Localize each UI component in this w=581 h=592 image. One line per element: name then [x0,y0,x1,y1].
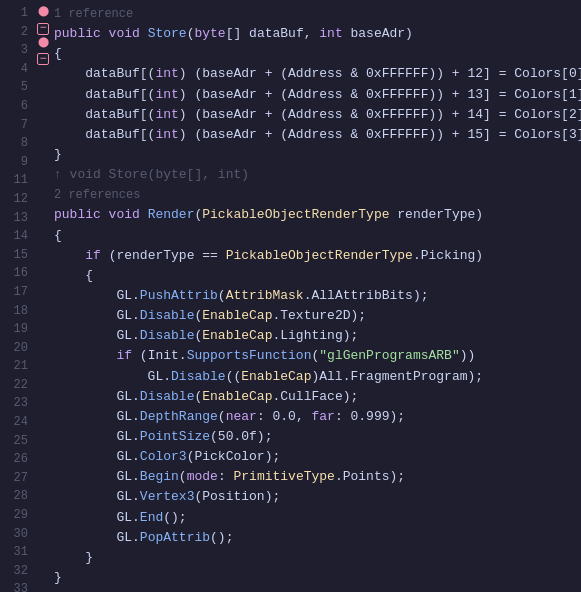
line-number-14: 14 [6,227,28,246]
code-text-2: { [54,44,581,64]
code-text-0: 1 reference [54,4,581,24]
code-editor: 1234567891112131415161718192021222324252… [0,0,581,592]
line-number-29: 29 [6,506,28,525]
line-number-4: 4 [6,60,28,79]
code-line-14: { [50,266,581,286]
code-text-25: GL.PointSize(50.0f); [54,427,581,447]
code-line-20: GL.Disable((EnableCap)All.FragmentProgra… [50,367,581,387]
code-text-24: GL.DepthRange(near: 0.0, far: 0.999); [54,407,581,427]
code-line-10: 2 references [50,185,581,205]
code-line-15: GL.PushAttrib(AttribMask.AllAttribBits); [50,286,581,306]
line-number-15: 15 [6,246,28,265]
gutter-column: ⬤−⬤− [36,4,50,592]
code-line-31: GL.PopAttrib(); [50,528,581,548]
code-text-20: GL.Disable((EnableCap)All.FragmentProgra… [54,367,581,387]
line-number-11: 11 [6,171,28,190]
code-line-5: dataBuf[(int) (baseAdr + (Address & 0xFF… [50,105,581,125]
line-number-9: 9 [6,153,28,172]
line-number-31: 31 [6,543,28,562]
code-text-22: GL.Disable(EnableCap.CullFace); [54,387,581,407]
line-number-7: 7 [6,116,28,135]
code-line-22: GL.Disable(EnableCap.CullFace); [50,387,581,407]
line-number-19: 19 [6,320,28,339]
code-text-6: dataBuf[(int) (baseAdr + (Address & 0xFF… [54,125,581,145]
code-text-12: { [54,226,581,246]
code-line-28: GL.Vertex3(Position); [50,487,581,507]
code-text-15: GL.PushAttrib(AttribMask.AllAttribBits); [54,286,581,306]
line-number-12: 12 [6,190,28,209]
code-text-8: ↑ void Store(byte[], int) [54,165,581,185]
code-text-26: GL.Color3(PickColor); [54,447,581,467]
gutter-item-11[interactable]: ⬤ [36,35,50,51]
line-number-24: 24 [6,413,28,432]
code-line-3: dataBuf[(int) (baseAdr + (Address & 0xFF… [50,64,581,84]
gutter-item-2: − [37,23,49,35]
code-line-24: GL.DepthRange(near: 0.0, far: 0.999); [50,407,581,427]
code-text-19: if (Init.SupportsFunction("glGenPrograms… [54,346,581,366]
line-number-28: 28 [6,487,28,506]
code-line-29: GL.End(); [50,508,581,528]
code-text-31: GL.PopAttrib(); [54,528,581,548]
code-line-19: if (Init.SupportsFunction("glGenPrograms… [50,346,581,366]
line-number-5: 5 [6,78,28,97]
code-text-7: } [54,145,581,165]
code-line-7: } [50,145,581,165]
code-text-13: if (renderType == PickableObjectRenderTy… [54,246,581,266]
code-line-33: } [50,568,581,588]
code-text-10: 2 references [54,185,581,205]
line-number-16: 16 [6,264,28,283]
code-text-4: dataBuf[(int) (baseAdr + (Address & 0xFF… [54,85,581,105]
line-number-18: 18 [6,302,28,321]
line-number-25: 25 [6,432,28,451]
code-text-5: dataBuf[(int) (baseAdr + (Address & 0xFF… [54,105,581,125]
line-numbers: 1234567891112131415161718192021222324252… [0,4,36,592]
code-line-17: GL.Disable(EnableCap.Lighting); [50,326,581,346]
code-line-26: GL.Color3(PickColor); [50,447,581,467]
code-text-32: } [54,548,581,568]
code-text-3: dataBuf[(int) (baseAdr + (Address & 0xFF… [54,64,581,84]
code-line-2: { [50,44,581,64]
code-line-6: dataBuf[(int) (baseAdr + (Address & 0xFF… [50,125,581,145]
line-number-17: 17 [6,283,28,302]
code-line-1: public void Store(byte[] dataBuf, int ba… [50,24,581,44]
line-number-21: 21 [6,357,28,376]
code-line-12: { [50,226,581,246]
code-text-33: } [54,568,581,588]
code-line-11: public void Render(PickableObjectRenderT… [50,205,581,225]
line-number-26: 26 [6,450,28,469]
code-line-13: if (renderType == PickableObjectRenderTy… [50,246,581,266]
gutter-item-12: − [37,53,49,65]
line-number-30: 30 [6,525,28,544]
code-text-34: ↑ void Render(PickableObjectRenderType) [54,588,581,592]
code-text-28: GL.Vertex3(Position); [54,487,581,507]
code-text-17: GL.Disable(EnableCap.Lighting); [54,326,581,346]
line-number-8: 8 [6,134,28,153]
line-number-22: 22 [6,376,28,395]
line-number-33: 33 [6,580,28,592]
line-number-1: 1 [6,4,28,23]
line-number-3: 3 [6,41,28,60]
code-text-27: GL.Begin(mode: PrimitiveType.Points); [54,467,581,487]
code-text-11: public void Render(PickableObjectRenderT… [54,205,581,225]
code-text-29: GL.End(); [54,508,581,528]
line-number-23: 23 [6,394,28,413]
code-line-4: dataBuf[(int) (baseAdr + (Address & 0xFF… [50,85,581,105]
code-line-27: GL.Begin(mode: PrimitiveType.Points); [50,467,581,487]
code-text-1: public void Store(byte[] dataBuf, int ba… [54,24,581,44]
gutter-item-1[interactable]: ⬤ [36,4,50,20]
code-line-8: ↑ void Store(byte[], int) [50,165,581,185]
code-text-14: { [54,266,581,286]
line-number-6: 6 [6,97,28,116]
code-content: 1 referencepublic void Store(byte[] data… [50,4,581,592]
code-line-16: GL.Disable(EnableCap.Texture2D); [50,306,581,326]
line-number-13: 13 [6,209,28,228]
line-number-2: 2 [6,23,28,42]
code-line-25: GL.PointSize(50.0f); [50,427,581,447]
line-number-32: 32 [6,562,28,581]
code-line-34: ↑ void Render(PickableObjectRenderType) [50,588,581,592]
code-text-16: GL.Disable(EnableCap.Texture2D); [54,306,581,326]
code-line-0: 1 reference [50,4,581,24]
code-line-32: } [50,548,581,568]
line-number-27: 27 [6,469,28,488]
line-number-20: 20 [6,339,28,358]
